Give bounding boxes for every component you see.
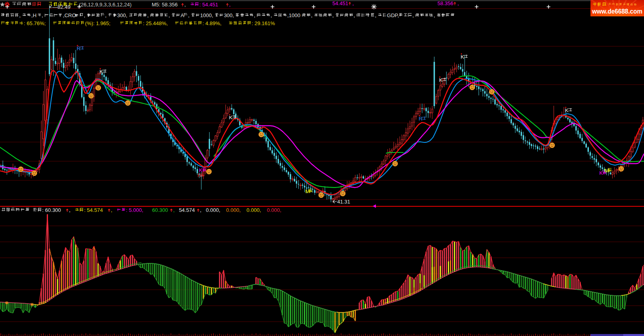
svg-text:,: ,: [84, 12, 85, 18]
svg-text:,: ,: [147, 12, 149, 18]
svg-text:GDP,: GDP,: [387, 12, 399, 18]
svg-text:: 54.451: : 54.451: [199, 2, 218, 8]
svg-text:,: ,: [105, 12, 107, 18]
svg-text:,: ,: [457, 0, 459, 6]
svg-text:(26,12,9,9,3,3,6,12,24): (26,12,9,9,3,3,6,12,24): [79, 2, 132, 8]
svg-text:,: ,: [332, 12, 334, 18]
svg-text:,: ,: [375, 12, 376, 18]
svg-text:1000,: 1000,: [200, 12, 213, 18]
svg-text:,H: ,H: [31, 12, 36, 18]
svg-text:54.451: 54.451: [332, 0, 348, 6]
svg-text:K: K: [229, 115, 233, 121]
svg-text:R: R: [77, 45, 81, 51]
svg-text:,: ,: [229, 2, 231, 8]
svg-text:(%): 1.965;: (%): 1.965;: [85, 20, 111, 26]
svg-text:60.300: 60.300: [152, 207, 168, 213]
svg-text:,: ,: [173, 207, 175, 213]
svg-text:41.31: 41.31: [337, 199, 350, 205]
svg-text:54.574: 54.574: [179, 207, 195, 213]
svg-text:0.000,: 0.000,: [267, 207, 281, 213]
svg-text:,: ,: [354, 12, 355, 18]
svg-text:K: K: [439, 77, 443, 83]
svg-text:,: ,: [69, 207, 71, 213]
svg-text:: 65.76%;: : 65.76%;: [24, 20, 46, 26]
svg-text:: 54.574: : 54.574: [84, 207, 103, 213]
svg-text:,: ,: [200, 207, 202, 213]
svg-text:K: K: [99, 69, 103, 75]
svg-text:: 4.89%,: : 4.89%,: [203, 20, 222, 26]
svg-text:M5: 58.356: M5: 58.356: [152, 2, 178, 8]
svg-text:: 5.000,: : 5.000,: [126, 207, 143, 213]
svg-text:,: ,: [42, 12, 43, 18]
svg-text:R: R: [419, 116, 423, 122]
svg-text:,1000: ,1000: [287, 12, 300, 18]
svg-text:,CRO: ,CRO: [63, 12, 76, 18]
svg-text:K: K: [461, 54, 464, 60]
svg-text:,: ,: [185, 2, 186, 8]
svg-text:—82.49: —82.49: [52, 4, 71, 10]
svg-text:A: A: [181, 12, 184, 18]
svg-text:0.000,: 0.000,: [206, 207, 220, 213]
svg-text:,: ,: [311, 12, 313, 18]
svg-text:: 29.161%: : 29.161%: [252, 20, 275, 26]
svg-text:: 25.448%,: : 25.448%,: [143, 20, 168, 26]
svg-text:R: R: [197, 172, 201, 178]
svg-text:,: ,: [19, 12, 21, 18]
svg-text:,: ,: [434, 12, 435, 18]
svg-text:0.000,: 0.000,: [226, 207, 241, 213]
svg-text:www.de6688.com: www.de6688.com: [592, 8, 642, 15]
svg-text:,: ,: [412, 12, 414, 18]
svg-text:,: ,: [254, 12, 256, 18]
svg-text:K: K: [599, 170, 603, 176]
svg-text:0.000,: 0.000,: [246, 207, 261, 213]
svg-text:58.356: 58.356: [437, 0, 453, 6]
svg-text:,: ,: [352, 0, 354, 6]
svg-text:300,: 300,: [224, 12, 234, 18]
svg-text:K: K: [565, 107, 568, 113]
svg-text:,: ,: [270, 12, 272, 18]
svg-text:: 60.300: : 60.300: [42, 207, 61, 213]
svg-text:,: ,: [169, 12, 170, 18]
svg-text:,: ,: [111, 207, 113, 213]
svg-text:,: ,: [188, 12, 190, 18]
svg-text:300,: 300,: [117, 12, 127, 18]
